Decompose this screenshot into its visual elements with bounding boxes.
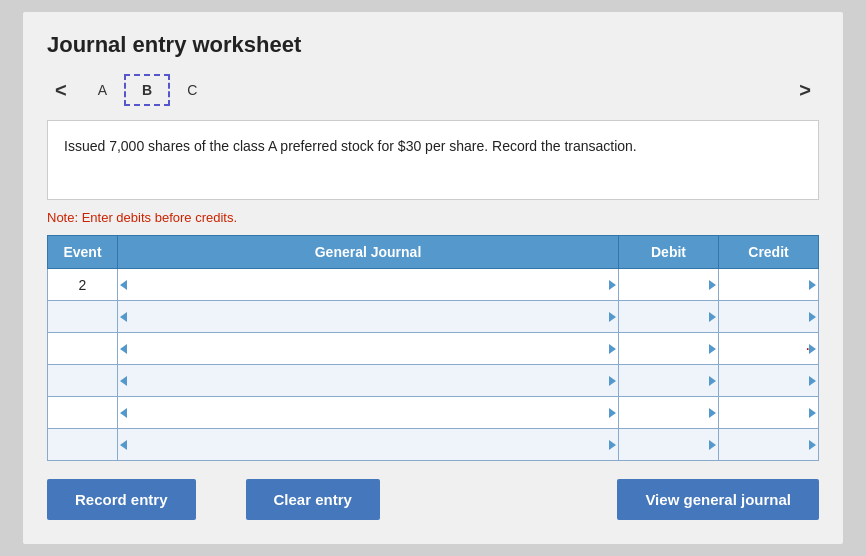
cell-triangle-left-icon-5	[120, 440, 127, 450]
table-row-debit-4[interactable]	[619, 397, 719, 429]
cell-triangle-debit-icon-0	[709, 280, 716, 290]
view-general-journal-button[interactable]: View general journal	[617, 479, 819, 520]
cell-triangle-debit-icon-2	[709, 344, 716, 354]
table-row-debit-3[interactable]	[619, 365, 719, 397]
table-row-journal-3[interactable]	[118, 365, 619, 397]
cell-triangle-credit-icon-5	[809, 440, 816, 450]
table-row-event-3[interactable]	[48, 365, 118, 397]
description-box: Issued 7,000 shares of the class A prefe…	[47, 120, 819, 200]
cell-triangle-debit-icon-3	[709, 376, 716, 386]
table-row-journal-5[interactable]	[118, 429, 619, 461]
table-row-event-5[interactable]	[48, 429, 118, 461]
table-row-credit-5[interactable]	[719, 429, 819, 461]
table-row-credit-0[interactable]	[719, 269, 819, 301]
table-row-event-1[interactable]	[48, 301, 118, 333]
worksheet-container: Journal entry worksheet < A B C > Issued…	[23, 12, 843, 544]
table-row-debit-2[interactable]	[619, 333, 719, 365]
next-arrow[interactable]: >	[791, 75, 819, 106]
cell-triangle-left-icon-4	[120, 408, 127, 418]
record-entry-button[interactable]: Record entry	[47, 479, 196, 520]
cell-triangle-credit-icon-3	[809, 376, 816, 386]
table-row-event-0[interactable]: 2	[48, 269, 118, 301]
table-row-credit-4[interactable]	[719, 397, 819, 429]
cell-triangle-left-icon-0	[120, 280, 127, 290]
col-credit: Credit	[719, 236, 819, 269]
cell-triangle-left-icon-3	[120, 376, 127, 386]
table-row-debit-0[interactable]	[619, 269, 719, 301]
cell-triangle-right-icon-2	[609, 344, 616, 354]
buttons-row: Record entry Clear entry View general jo…	[47, 479, 819, 520]
note-text: Note: Enter debits before credits.	[47, 210, 819, 225]
cell-triangle-right-icon-5	[609, 440, 616, 450]
prev-arrow[interactable]: <	[47, 75, 75, 106]
table-row-journal-2[interactable]	[118, 333, 619, 365]
table-row-credit-2[interactable]: ·	[719, 333, 819, 365]
table-row-event-2[interactable]	[48, 333, 118, 365]
cell-triangle-left-icon-1	[120, 312, 127, 322]
col-debit: Debit	[619, 236, 719, 269]
cell-triangle-right-icon-4	[609, 408, 616, 418]
tab-a[interactable]: A	[81, 75, 124, 105]
cell-triangle-debit-icon-5	[709, 440, 716, 450]
cell-triangle-right-icon-3	[609, 376, 616, 386]
table-row-credit-3[interactable]	[719, 365, 819, 397]
table-row-event-4[interactable]	[48, 397, 118, 429]
table-row-journal-1[interactable]	[118, 301, 619, 333]
tab-b[interactable]: B	[124, 74, 170, 106]
table-row-journal-4[interactable]	[118, 397, 619, 429]
cell-triangle-credit-icon-2	[809, 344, 816, 354]
col-event: Event	[48, 236, 118, 269]
table-row-journal-0[interactable]	[118, 269, 619, 301]
clear-entry-button[interactable]: Clear entry	[246, 479, 380, 520]
col-general-journal: General Journal	[118, 236, 619, 269]
table-row-debit-1[interactable]	[619, 301, 719, 333]
nav-row: < A B C >	[47, 74, 819, 106]
tab-group: A B C	[81, 74, 215, 106]
cell-triangle-right-icon-0	[609, 280, 616, 290]
cell-triangle-debit-icon-1	[709, 312, 716, 322]
cell-triangle-credit-icon-4	[809, 408, 816, 418]
cell-triangle-credit-icon-1	[809, 312, 816, 322]
table-row-debit-5[interactable]	[619, 429, 719, 461]
table-row-credit-1[interactable]	[719, 301, 819, 333]
journal-table: Event General Journal Debit Credit 2·	[47, 235, 819, 461]
cell-triangle-left-icon-2	[120, 344, 127, 354]
cell-triangle-credit-icon-0	[809, 280, 816, 290]
cell-triangle-right-icon-1	[609, 312, 616, 322]
tab-c[interactable]: C	[170, 75, 214, 105]
page-title: Journal entry worksheet	[47, 32, 819, 58]
cell-triangle-debit-icon-4	[709, 408, 716, 418]
